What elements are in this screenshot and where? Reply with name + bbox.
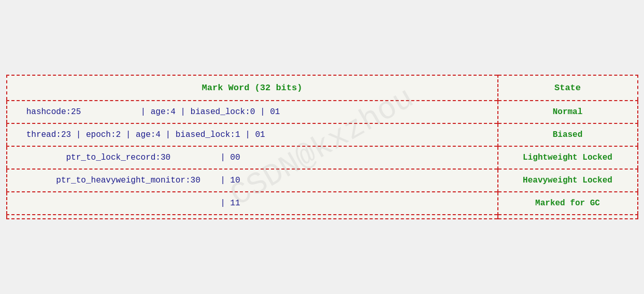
table-row: ptr_to_heavyweight_monitor:30 | 10 Heavy… (7, 169, 638, 192)
row-gc-right: Marked for GC (498, 192, 638, 215)
main-table: CSDN@kxzhou Mark Word (32 bits) State ha… (6, 75, 638, 219)
table-header-row: Mark Word (32 bits) State (7, 75, 638, 101)
row-gc-left: | 11 (7, 192, 498, 215)
header-mark-word: Mark Word (32 bits) (7, 75, 498, 101)
table-bottom-border (7, 215, 638, 219)
header-state: State (498, 75, 638, 101)
row-lightweight-right: Lightweight Locked (498, 146, 638, 169)
table-row: thread:23 | epoch:2 | age:4 | biased_loc… (7, 123, 638, 146)
table-row: | 11 Marked for GC (7, 192, 638, 215)
row-biased-right: Biased (498, 123, 638, 146)
table-row: ptr_to_lock_record:30 | 00 Lightweight L… (7, 146, 638, 169)
row-heavyweight-right: Heavyweight Locked (498, 169, 638, 192)
row-lightweight-left: ptr_to_lock_record:30 | 00 (7, 146, 498, 169)
row-heavyweight-left: ptr_to_heavyweight_monitor:30 | 10 (7, 169, 498, 192)
row-biased-left: thread:23 | epoch:2 | age:4 | biased_loc… (7, 123, 498, 146)
row-normal-right: Normal (498, 101, 638, 123)
mark-word-table: Mark Word (32 bits) State hashcode:25 | … (6, 75, 638, 219)
row-normal-left: hashcode:25 | age:4 | biased_lock:0 | 01 (7, 101, 498, 123)
table-row: hashcode:25 | age:4 | biased_lock:0 | 01… (7, 101, 638, 123)
